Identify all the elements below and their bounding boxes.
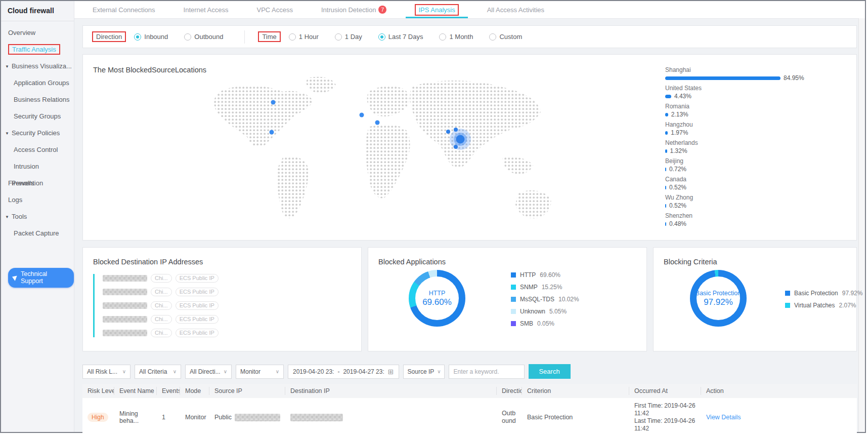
legend-item: HTTP69.60%: [511, 271, 579, 279]
event-filter-row: All Risk L...∨ All Criteria∨ All Directi…: [82, 364, 857, 379]
region-tag: Chi...: [151, 274, 172, 283]
app-title: Cloud firewall: [1, 1, 74, 21]
app-window: Cloud firewall Overview Traffic Analysis…: [0, 0, 866, 433]
sidebar-item-security-groups[interactable]: Security Groups: [1, 108, 74, 125]
tab-all-access-activities[interactable]: All Access Activities: [484, 1, 547, 18]
search-button[interactable]: Search: [529, 364, 571, 379]
radio-last-7-days[interactable]: Last 7 Days: [378, 33, 423, 41]
risk-level-select[interactable]: All Risk L...∨: [82, 365, 131, 379]
events-table: Risk Level Event Name Events Mode Source…: [82, 384, 857, 435]
sidebar-item-firewalls-prevention[interactable]: Firewalls Prevention: [1, 175, 74, 191]
blocked-apps-legend: HTTP69.60% SNMP15.25% MsSQL-TDS10.02% Un…: [511, 271, 579, 327]
calendar-icon: ⊞: [388, 368, 394, 376]
legend-location: Romania2.13%: [665, 102, 817, 118]
blocked-ip-row: Chi...ECS Public IP: [103, 274, 351, 283]
radio-1-day[interactable]: 1 Day: [335, 33, 362, 41]
scrollbar-gutter[interactable]: [858, 18, 865, 432]
sidebar-item-packet-capture[interactable]: Packet Capture: [1, 225, 74, 242]
radio-icon: [489, 33, 496, 41]
col-risk-level: Risk Level: [82, 387, 114, 395]
tab-internet-access[interactable]: Internet Access: [181, 1, 232, 18]
legend-location: United States4.43%: [665, 84, 817, 100]
sidebar-item-logs[interactable]: Logs: [1, 191, 74, 208]
redacted-ip: [103, 289, 147, 295]
triangle-down-icon: ▼: [5, 131, 9, 136]
col-direction: Direction: [497, 387, 522, 395]
destination-ip-cell: [285, 414, 497, 421]
radio-icon: [134, 33, 141, 41]
divider: [244, 30, 245, 44]
tab-intrusion-detection[interactable]: Intrusion Detection7: [318, 1, 389, 18]
main-area: External Connections Internet Access VPC…: [74, 1, 865, 432]
source-ip-select[interactable]: Source IP∨: [403, 365, 445, 379]
region-tag: Chi...: [151, 329, 172, 337]
ip-type-tag: ECS Public IP: [176, 301, 219, 310]
legend-item: SMB0.05%: [511, 320, 579, 327]
sidebar-item-business-visualization[interactable]: ▼Business Visualiza...: [1, 58, 74, 74]
legend-swatch: [785, 291, 790, 296]
redacted-ip: [103, 275, 147, 282]
chevron-down-icon: ∨: [173, 369, 177, 374]
col-destination-ip: Destination IP: [285, 387, 497, 395]
location-bar: [665, 186, 666, 189]
events-count-cell: 1: [157, 414, 180, 421]
legend-swatch: [511, 321, 516, 326]
mode-cell: Monitor: [180, 414, 209, 421]
radio-inbound[interactable]: Inbound: [134, 33, 168, 41]
blocked-apps-donut: HTTP 69.60%: [409, 270, 465, 327]
donut-center-label: HTTP 69.60%: [409, 270, 465, 327]
sidebar-item-application-groups[interactable]: Application Groups: [1, 74, 74, 91]
panel-title: Blocking Criteria: [664, 258, 846, 266]
col-mode: Mode: [180, 387, 209, 395]
radio-outbound[interactable]: Outbound: [184, 33, 223, 41]
tab-external-connections[interactable]: External Connections: [90, 1, 158, 18]
overlap-text-prevention: Prevention: [12, 175, 43, 191]
tab-vpc-access[interactable]: VPC Access: [253, 1, 296, 18]
location-bar: [665, 76, 780, 80]
col-occurred-at: Occurred At: [629, 387, 701, 395]
keyword-input[interactable]: [449, 365, 525, 379]
blocked-ip-list: Chi...ECS Public IP Chi...ECS Public IP …: [93, 274, 351, 337]
sidebar-item-access-control[interactable]: Access Control: [1, 141, 74, 158]
legend-location: Hangzhou1.97%: [665, 121, 817, 137]
legend-item: Basic Protection97.92%: [785, 290, 862, 297]
radio-custom[interactable]: Custom: [489, 33, 522, 41]
mode-select[interactable]: Monitor∨: [236, 365, 284, 379]
tab-ips-analysis[interactable]: IPS Analysis: [412, 1, 461, 18]
direction-select[interactable]: All Directi...∨: [185, 365, 232, 379]
risk-badge-high: High: [88, 413, 108, 422]
sidebar-item-overview[interactable]: Overview: [1, 24, 74, 41]
legend-swatch: [511, 285, 516, 290]
sidebar-item-business-relations[interactable]: Business Relations: [1, 91, 74, 108]
legend-location: Shanghai84.95%: [665, 66, 817, 82]
radio-icon: [335, 33, 342, 41]
radio-icon: [439, 33, 446, 41]
blocked-ip-row: Chi...ECS Public IP: [103, 288, 351, 296]
criteria-select[interactable]: All Criteria∨: [135, 365, 181, 379]
legend-location: Wu Zhong0.52%: [665, 193, 817, 210]
radio-1-hour[interactable]: 1 Hour: [289, 33, 319, 41]
table-row: High Mining beha... 1 Monitor Public Out…: [82, 398, 857, 435]
donut-center-label: Basic Protection 97.92%: [690, 270, 747, 327]
sidebar-item-intrusion[interactable]: Intrusion: [1, 158, 74, 175]
panel-title: Blocked Destination IP Addresses: [93, 258, 351, 266]
blocking-criteria-panel: Blocking Criteria Basic Protection 97.92…: [653, 247, 857, 351]
annotation-redbox-time: Time: [258, 31, 280, 42]
blocking-criteria-donut: Basic Protection 97.92%: [690, 270, 747, 327]
legend-location: Netherlands1.32%: [665, 139, 817, 155]
sidebar-item-traffic-analysis[interactable]: Traffic Analysis: [1, 41, 74, 58]
date-range-input[interactable]: 2019-04-20 23: - 2019-04-27 23: ⊞: [288, 365, 399, 379]
blocking-criteria-legend: Basic Protection97.92% Virtual Patches2.…: [785, 290, 862, 309]
location-bar: [665, 95, 671, 98]
radio-1-month[interactable]: 1 Month: [439, 33, 473, 41]
legend-swatch: [511, 297, 516, 302]
sidebar-item-security-policies[interactable]: ▼Security Policies: [1, 125, 74, 141]
chevron-down-icon: ∨: [224, 369, 227, 374]
sidebar-item-tools[interactable]: ▼Tools: [1, 208, 74, 225]
view-details-link[interactable]: View Details: [706, 414, 741, 421]
location-bar: [665, 131, 668, 135]
technical-support-button[interactable]: Technical Support: [8, 268, 74, 288]
donut-chart: Basic Protection 97.92%: [690, 270, 747, 327]
col-action: Action: [701, 387, 857, 395]
legend-swatch: [511, 272, 516, 278]
